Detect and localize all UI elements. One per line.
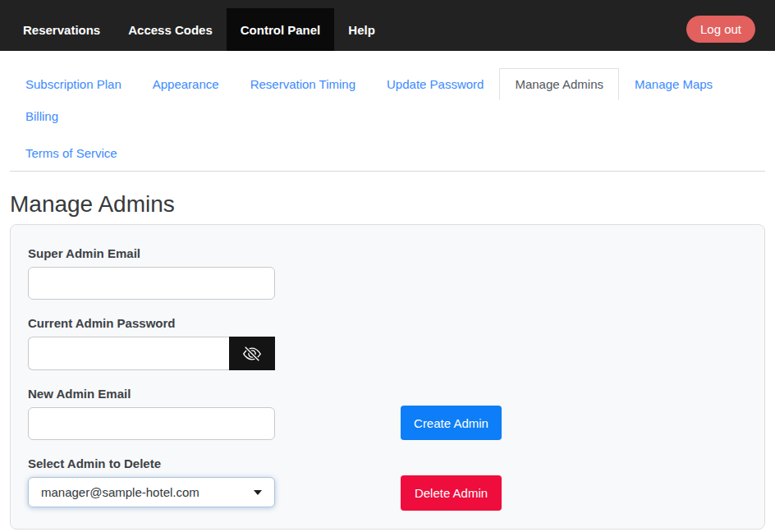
new-admin-email-input[interactable] <box>28 407 275 440</box>
eye-slash-icon <box>243 345 261 363</box>
current-admin-password-label: Current Admin Password <box>28 317 747 329</box>
super-admin-email-group: Super Admin Email <box>28 247 747 300</box>
control-panel-tabs: Subscription Plan Appearance Reservation… <box>10 68 765 172</box>
tab-manage-admins[interactable]: Manage Admins <box>499 68 619 100</box>
tab-billing[interactable]: Billing <box>10 100 74 132</box>
page-title: Manage Admins <box>10 191 765 218</box>
select-admin-label: Select Admin to Delete <box>28 457 275 470</box>
logout-button[interactable]: Log out <box>686 16 755 43</box>
nav-item-help[interactable]: Help <box>334 8 389 51</box>
current-admin-password-input[interactable] <box>28 337 229 370</box>
super-admin-email-label: Super Admin Email <box>28 247 747 259</box>
super-admin-email-input[interactable] <box>28 267 275 300</box>
tab-manage-maps[interactable]: Manage Maps <box>619 68 728 100</box>
tabs-row-2: Terms of Service <box>10 137 765 169</box>
password-visibility-toggle[interactable] <box>229 337 275 370</box>
tabs-row-1: Subscription Plan Appearance Reservation… <box>10 68 765 132</box>
new-admin-email-label: New Admin Email <box>28 388 275 400</box>
new-admin-email-group: New Admin Email <box>28 388 275 440</box>
top-navbar: Reservations Access Codes Control Panel … <box>0 0 775 51</box>
nav-item-access-codes[interactable]: Access Codes <box>114 8 227 51</box>
select-admin-group: Select Admin to Delete manager@sample-ho… <box>28 457 275 507</box>
create-admin-button[interactable]: Create Admin <box>401 406 502 440</box>
current-admin-password-group: Current Admin Password <box>28 317 747 370</box>
manage-admins-card: Super Admin Email Current Admin Password… <box>10 224 765 530</box>
admin-select-value: manager@sample-hotel.com <box>41 485 199 499</box>
tab-appearance[interactable]: Appearance <box>137 68 235 100</box>
tab-reservation-timing[interactable]: Reservation Timing <box>235 68 371 100</box>
delete-admin-button[interactable]: Delete Admin <box>401 475 502 511</box>
tab-terms-of-service[interactable]: Terms of Service <box>10 137 133 169</box>
new-admin-email-row: New Admin Email Create Admin <box>28 388 747 440</box>
caret-down-icon <box>254 490 262 495</box>
nav-item-reservations[interactable]: Reservations <box>9 8 114 51</box>
password-input-group <box>28 337 747 370</box>
nav-item-control-panel[interactable]: Control Panel <box>227 8 335 51</box>
admin-select[interactable]: manager@sample-hotel.com <box>28 477 275 507</box>
tab-update-password[interactable]: Update Password <box>371 68 499 100</box>
delete-admin-row: Select Admin to Delete manager@sample-ho… <box>28 457 747 507</box>
tab-subscription-plan[interactable]: Subscription Plan <box>10 68 137 100</box>
